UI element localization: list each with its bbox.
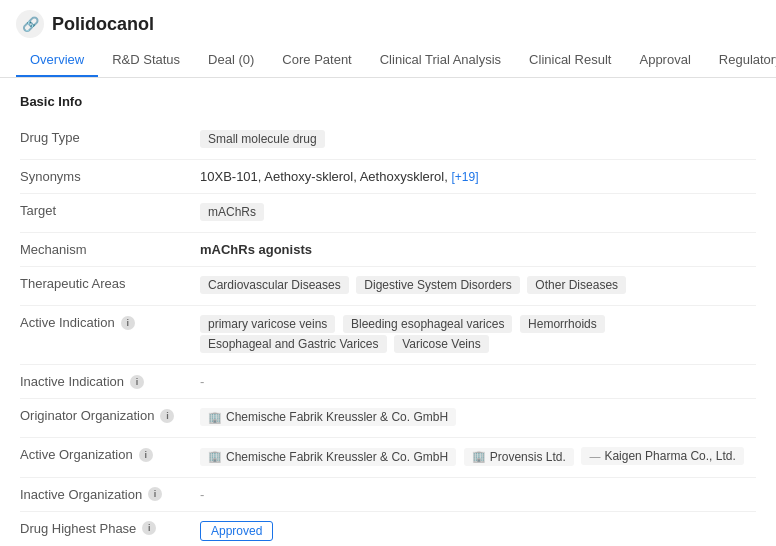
label-inactive-indication: Inactive Indication i [20,365,200,399]
inactive-org-dash: - [200,487,204,502]
tag-varicose-veins: Varicose Veins [394,335,489,353]
building-icon-3: 🏢 [472,450,486,463]
building-icon-2: 🏢 [208,450,222,463]
tab-regulatory[interactable]: Regulatory Review [705,44,776,77]
inactive-indication-dash: - [200,374,204,389]
active-indication-info-icon[interactable]: i [121,316,135,330]
active-indication-label-group: Active Indication i [20,315,184,330]
synonyms-text: 10XB-101, Aethoxy-sklerol, Aethoxysklero… [200,169,451,184]
row-inactive-org: Inactive Organization i - [20,477,756,511]
mechanism-text: mAChRs agonists [200,242,312,257]
drug-highest-phase-label-group: Drug Highest Phase i [20,521,184,536]
tag-primary-varicose: primary varicose veins [200,315,335,333]
drug-title: Polidocanol [52,14,154,35]
label-active-org: Active Organization i [20,438,200,478]
row-synonyms: Synonyms 10XB-101, Aethoxy-sklerol, Aeth… [20,160,756,194]
row-active-indication: Active Indication i primary varicose vei… [20,306,756,365]
org-tag-kreussler-active: 🏢 Chemische Fabrik Kreussler & Co. GmbH [200,448,456,466]
value-target: mAChRs [200,194,756,233]
approved-badge: Approved [200,521,273,541]
section-basic-info: Basic Info [20,94,756,109]
label-target: Target [20,194,200,233]
label-therapeutic-areas: Therapeutic Areas [20,267,200,306]
tag-other-diseases: Other Diseases [527,276,626,294]
org-tag-kaigen: — Kaigen Pharma Co., Ltd. [581,447,743,465]
tab-clinical-trial[interactable]: Clinical Trial Analysis [366,44,515,77]
org-tag-provensis: 🏢 Provensis Ltd. [464,448,574,466]
value-active-indication: primary varicose veins Bleeding esophage… [200,306,756,365]
tab-core-patent[interactable]: Core Patent [268,44,365,77]
dash-icon: — [589,450,600,462]
drug-highest-phase-info-icon[interactable]: i [142,521,156,535]
org-tag-kreussler-originator: 🏢 Chemische Fabrik Kreussler & Co. GmbH [200,408,456,426]
tab-clinical-result[interactable]: Clinical Result [515,44,625,77]
label-drug-highest-phase: Drug Highest Phase i [20,511,200,546]
row-drug-highest-phase: Drug Highest Phase i Approved [20,511,756,546]
synonyms-more[interactable]: [+19] [451,170,478,184]
value-inactive-org: - [200,477,756,511]
tab-deal[interactable]: Deal (0) [194,44,268,77]
value-mechanism: mAChRs agonists [200,233,756,267]
row-active-org: Active Organization i 🏢 Chemische Fabrik… [20,438,756,478]
label-drug-type: Drug Type [20,121,200,160]
tag-cardiovascular: Cardiovascular Diseases [200,276,349,294]
label-active-indication: Active Indication i [20,306,200,365]
tab-approval[interactable]: Approval [625,44,704,77]
row-mechanism: Mechanism mAChRs agonists [20,233,756,267]
tag-bleeding-esophageal: Bleeding esophageal varices [343,315,512,333]
value-active-org: 🏢 Chemische Fabrik Kreussler & Co. GmbH … [200,438,756,478]
row-target: Target mAChRs [20,194,756,233]
row-inactive-indication: Inactive Indication i - [20,365,756,399]
inactive-indication-info-icon[interactable]: i [130,375,144,389]
value-synonyms: 10XB-101, Aethoxy-sklerol, Aethoxysklero… [200,160,756,194]
row-therapeutic-areas: Therapeutic Areas Cardiovascular Disease… [20,267,756,306]
drug-icon: 🔗 [16,10,44,38]
tag-esophageal-gastric: Esophageal and Gastric Varices [200,335,387,353]
tag-small-molecule: Small molecule drug [200,130,325,148]
originator-org-label-group: Originator Organization i [20,408,184,423]
value-drug-highest-phase: Approved [200,511,756,546]
tab-overview[interactable]: Overview [16,44,98,77]
inactive-indication-label-group: Inactive Indication i [20,374,184,389]
value-therapeutic-areas: Cardiovascular Diseases Digestive System… [200,267,756,306]
row-drug-type: Drug Type Small molecule drug [20,121,756,160]
tab-rd-status[interactable]: R&D Status [98,44,194,77]
active-org-label-group: Active Organization i [20,447,184,462]
inactive-org-info-icon[interactable]: i [148,487,162,501]
label-mechanism: Mechanism [20,233,200,267]
info-table: Drug Type Small molecule drug Synonyms 1… [20,121,756,546]
nav-tabs: Overview R&D Status Deal (0) Core Patent… [0,44,776,78]
value-drug-type: Small molecule drug [200,121,756,160]
value-originator-org: 🏢 Chemische Fabrik Kreussler & Co. GmbH [200,399,756,438]
row-originator-org: Originator Organization i 🏢 Chemische Fa… [20,399,756,438]
originator-org-info-icon[interactable]: i [160,409,174,423]
main-content: Basic Info Drug Type Small molecule drug… [0,78,776,546]
label-inactive-org: Inactive Organization i [20,477,200,511]
tag-machrs: mAChRs [200,203,264,221]
page-header: 🔗 Polidocanol [0,0,776,38]
value-inactive-indication: - [200,365,756,399]
label-synonyms: Synonyms [20,160,200,194]
building-icon: 🏢 [208,411,222,424]
tag-digestive: Digestive System Disorders [356,276,519,294]
label-originator-org: Originator Organization i [20,399,200,438]
inactive-org-label-group: Inactive Organization i [20,487,184,502]
tag-hemorrhoids: Hemorrhoids [520,315,605,333]
active-org-info-icon[interactable]: i [139,448,153,462]
